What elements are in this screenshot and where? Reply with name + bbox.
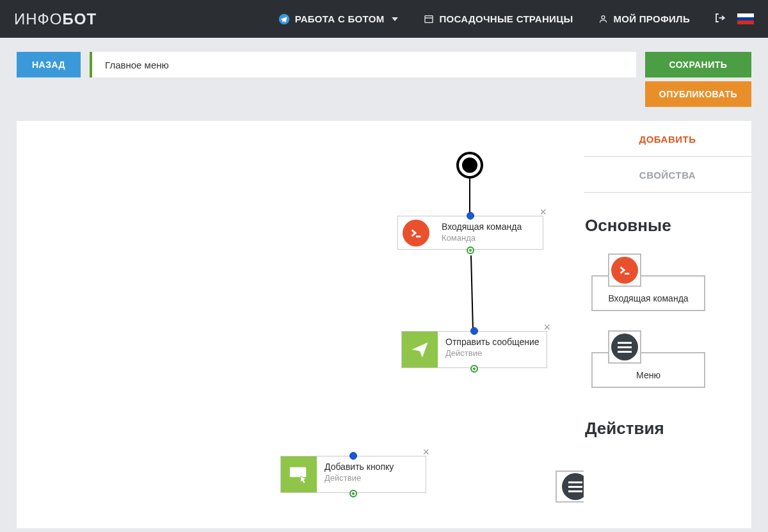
send-icon [402, 332, 438, 367]
node-menu-partial[interactable] [556, 471, 584, 503]
start-node[interactable] [456, 152, 483, 179]
node-incoming-command[interactable]: Входящая команда Команда × [397, 216, 543, 250]
svg-rect-1 [425, 15, 433, 22]
back-button[interactable]: НАЗАД [17, 52, 81, 77]
close-icon[interactable]: × [543, 321, 550, 333]
node-title: Добавить кнопку [324, 462, 419, 472]
language-flag-ru[interactable] [737, 13, 754, 25]
port-in[interactable] [470, 327, 478, 335]
command-icon [608, 254, 641, 287]
port-in[interactable] [349, 452, 357, 460]
button-cursor-icon [281, 456, 317, 492]
nav-profile[interactable]: МОЙ ПРОФИЛЬ [586, 0, 703, 38]
palette-incoming-command[interactable]: Входящая команда [591, 275, 705, 311]
nav-profile-label: МОЙ ПРОФИЛЬ [613, 13, 690, 24]
page-icon [424, 14, 434, 24]
command-icon [398, 216, 434, 249]
palette-menu[interactable]: Меню [591, 352, 705, 388]
close-icon[interactable]: × [422, 446, 429, 458]
svg-line-6 [471, 255, 473, 330]
main-area: Входящая команда Команда × Отправить соо… [17, 121, 751, 528]
toolbar: НАЗАД Главное меню СОХРАНИТЬ ОПУБЛИКОВАТ… [0, 38, 768, 107]
tab-properties[interactable]: СВОЙСТВА [584, 157, 751, 193]
chevron-down-icon [392, 17, 398, 21]
node-send-message[interactable]: Отправить сообщение Действие × [401, 331, 547, 368]
publish-button[interactable]: ОПУБЛИКОВАТЬ [645, 81, 751, 107]
menu-icon [608, 330, 641, 364]
nav-work-with-bot[interactable]: РАБОТА С БОТОМ [266, 0, 412, 38]
save-button[interactable]: СОХРАНИТЬ [645, 52, 751, 77]
side-panel: ДОБАВИТЬ СВОЙСТВА Основные Входящая кома… [584, 121, 751, 528]
navbar: ИНФОБОТ РАБОТА С БОТОМ ПОСАДОЧНЫЕ СТРАНИ… [0, 0, 768, 38]
node-add-button[interactable]: Добавить кнопку Действие × [280, 456, 426, 493]
node-subtitle: Действие [445, 348, 540, 358]
port-out[interactable] [470, 365, 478, 373]
tab-add[interactable]: ДОБАВИТЬ [584, 121, 751, 157]
close-icon[interactable]: × [540, 206, 547, 218]
page-title[interactable]: Главное меню [90, 52, 636, 77]
port-out[interactable] [349, 490, 357, 497]
node-subtitle: Действие [324, 473, 419, 483]
node-title: Входящая команда [442, 222, 536, 232]
port-out[interactable] [467, 246, 474, 254]
section-actions-title: Действия [585, 388, 749, 441]
logout-icon[interactable] [714, 12, 726, 26]
port-in[interactable] [467, 212, 474, 220]
nav-landing-pages[interactable]: ПОСАДОЧНЫЕ СТРАНИЦЫ [411, 0, 586, 38]
flow-canvas[interactable]: Входящая команда Команда × Отправить соо… [17, 121, 584, 528]
svg-rect-8 [290, 467, 307, 478]
user-icon [598, 14, 608, 24]
nav-work-with-bot-label: РАБОТА С БОТОМ [295, 13, 385, 24]
brand-part2: БОТ [63, 10, 97, 28]
node-title: Отправить сообщение [445, 337, 540, 347]
section-main-title: Основные [585, 193, 749, 238]
telegram-icon [278, 13, 290, 25]
brand-logo[interactable]: ИНФОБОТ [14, 10, 97, 28]
svg-point-3 [602, 16, 605, 19]
node-subtitle: Команда [442, 233, 536, 243]
brand-part1: ИНФО [14, 10, 63, 28]
nav-landing-pages-label: ПОСАДОЧНЫЕ СТРАНИЦЫ [439, 13, 573, 24]
